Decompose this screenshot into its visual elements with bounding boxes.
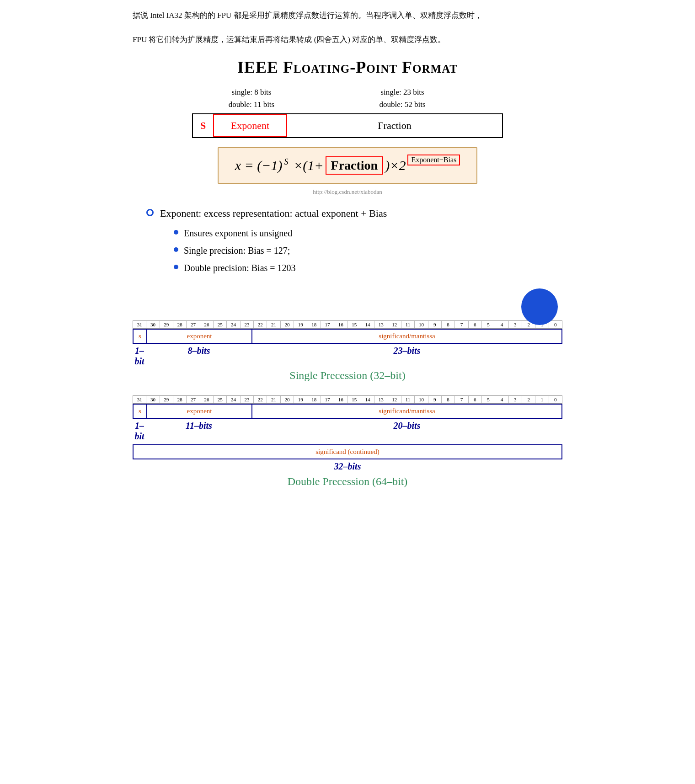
format-box: S Exponent Fraction [192,113,503,138]
format-box-container: S Exponent Fraction [133,113,562,138]
fraction-bits-label: single: 23 bits double: 52 bits [306,86,498,111]
double-size-20bit: 20–bits [251,421,562,442]
double-bit-numbers-row: 31 30 29 28 27 26 25 24 23 22 21 20 19 1… [133,395,562,404]
single-precision-title: Single Precession (32–bit) [133,369,562,382]
decoration-wrapper [133,288,562,311]
formula-fraction-box: Fraction [326,156,384,175]
single-field-s: s [134,330,147,343]
formula-box: x = (−1) S ×(1+ Fraction )×2 Exponent−Bi… [218,147,477,184]
sub-bullet-dot-3 [174,265,178,269]
double-precision-diagram: 31 30 29 28 27 26 25 24 23 22 21 20 19 1… [133,395,562,488]
formula-times1: ×(1+ [290,158,324,173]
sub-bullet-text-1: Ensures exponent is unsigned [184,226,292,240]
sub-bullet-2: Single precision: Bias = 127; [174,244,562,257]
sub-bullet-dot-1 [174,230,178,235]
formula-s-sup: S [284,157,289,167]
double-field-significand: significand/mantissa [252,405,561,418]
sub-bullet-3: Double precision: Bias = 1203 [174,261,562,275]
single-size-23bit: 23–bits [251,346,562,367]
double-size-11bit: 11–bits [146,421,251,442]
single-sizes-row: 1–bit 8–bits 23–bits [133,346,562,367]
single-size-8bit: 8–bits [146,346,251,367]
section-title: IEEE Floating-Point Format [133,58,562,77]
intro-text-1: 据说 Intel IA32 架构的的 FPU 都是采用扩展精度浮点数进行运算的。… [133,9,562,22]
sub-bullet-text-2: Single precision: Bias = 127; [184,244,290,257]
single-precision-diagram: 31 30 29 28 27 26 25 24 23 22 21 20 19 1… [133,320,562,382]
formula-prefix: x = (−1) [235,158,283,173]
double-field-exponent: exponent [147,405,252,418]
bits-labels: single: 8 bits double: 11 bits single: 2… [133,86,562,111]
format-s-field: S [193,114,214,137]
format-fraction-field: Fraction [287,114,502,137]
double-precision-title: Double Precession (64–bit) [133,475,562,488]
single-field-significand: significand/mantissa [252,330,561,343]
bullet-section: Exponent: excess representation: actual … [133,207,562,275]
sub-bullet-text-3: Double precision: Bias = 1203 [184,261,296,275]
double-field-s: s [134,405,147,418]
formula-exponent-box: Exponent−Bias [407,155,460,165]
source-url: http://blog.csdn.net/xiabodan [133,188,562,196]
exponent-bits-label: single: 8 bits double: 11 bits [197,86,306,111]
format-exponent-field: Exponent [214,114,287,137]
single-field-exponent: exponent [147,330,252,343]
double-field-continued: significand (continued) [133,444,562,459]
ieee-diagram: single: 8 bits double: 11 bits single: 2… [133,86,562,138]
sub-bullets: Ensures exponent is unsigned Single prec… [146,226,562,275]
bullet-main: Exponent: excess representation: actual … [146,207,562,221]
double-bit-fields-row: s exponent significand/mantissa [133,404,562,419]
sub-bullet-dot-2 [174,247,178,252]
sub-bullet-1: Ensures exponent is unsigned [174,226,562,240]
single-size-1bit: 1–bit [133,346,146,367]
formula-times2: )×2 [385,158,406,173]
double-size-1bit: 1–bit [133,421,146,442]
blue-circle-decoration [521,288,558,325]
double-size-32bit: 32–bits [133,461,562,472]
single-bit-fields-row: s exponent significand/mantissa [133,329,562,344]
bullet-circle-icon [146,209,154,216]
double-sizes-row: 1–bit 11–bits 20–bits [133,421,562,442]
formula-container: x = (−1) S ×(1+ Fraction )×2 Exponent−Bi… [133,147,562,184]
intro-text-2: FPU 将它们转为扩展精度，运算结束后再将结果转成 (四舍五入) 对应的单、双精… [133,33,562,47]
single-bit-numbers-row: 31 30 29 28 27 26 25 24 23 22 21 20 19 1… [133,320,562,329]
bullet-main-text: Exponent: excess representation: actual … [160,207,387,221]
